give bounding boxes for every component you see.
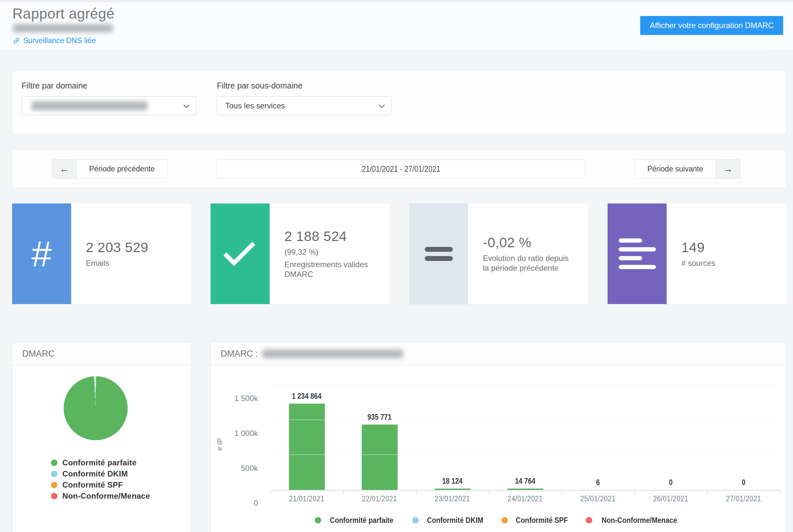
subdomain-filter-group: Filtre par sous-domaine Tous les service… bbox=[217, 81, 391, 134]
subdomain-filter-select[interactable]: Tous les services bbox=[217, 96, 391, 115]
stat-card-sources: 149 # sources bbox=[607, 204, 787, 305]
axis-tick bbox=[416, 491, 416, 495]
emails-label: Emails bbox=[86, 258, 177, 268]
axis-tick bbox=[780, 491, 780, 495]
bar bbox=[289, 404, 325, 490]
dns-monitoring-link[interactable]: Surveillance DNS liée bbox=[13, 36, 96, 45]
legend-label: Conformité DKIM bbox=[62, 469, 128, 478]
bar-value-label: 1 234 864 bbox=[292, 392, 322, 401]
bar-column: 14 764 bbox=[489, 386, 562, 490]
charts-row: DMARC Conformité parfaiteConformité DKIM… bbox=[12, 342, 787, 532]
redacted-domain-subtitle bbox=[13, 24, 113, 32]
bar-legend-item[interactable]: Conformité DKIM bbox=[412, 516, 487, 525]
next-period-button[interactable]: Période suivante bbox=[635, 160, 716, 178]
check-icon bbox=[211, 204, 270, 304]
chevron-down-icon bbox=[183, 102, 189, 108]
legend-label: Conformité DKIM bbox=[427, 516, 483, 525]
emails-count: 2 203 529 bbox=[86, 240, 188, 255]
domain-filter-group: Filtre par domaine bbox=[22, 81, 196, 134]
pie-panel-title: DMARC bbox=[22, 349, 55, 359]
pie-legend-item[interactable]: Non-Conforme/Menace bbox=[51, 491, 191, 501]
period-navigation-panel: ← Période précédente 21/01/2021 - 27/01/… bbox=[12, 150, 787, 188]
bar-legend: Conformité parfaiteConformité DKIMConfor… bbox=[211, 516, 786, 525]
legend-dot bbox=[51, 459, 57, 466]
ratio-evolution-label: Evolution du ratio depuis la période pré… bbox=[483, 253, 574, 273]
bar-panel-header: DMARC : bbox=[211, 343, 786, 365]
subdomain-filter-value: Tous les services bbox=[225, 101, 285, 110]
x-axis-label: 24/01/2021 bbox=[492, 494, 558, 503]
date-range-input[interactable]: 21/01/2021 - 27/01/2021 bbox=[217, 160, 585, 178]
bar-column: 1 234 864 bbox=[270, 386, 343, 490]
arrow-left-glyph: ← bbox=[59, 163, 69, 174]
bar-legend-item[interactable]: Non-Conforme/Menace bbox=[586, 516, 682, 525]
top-strip bbox=[0, 0, 793, 2]
bar-column: 0 bbox=[707, 386, 780, 490]
x-axis-label: 23/01/2021 bbox=[420, 494, 485, 503]
arrow-right-glyph: → bbox=[723, 163, 733, 174]
dmarc-aggregate-report-page: Rapport agrégé Surveillance DNS liée Aff… bbox=[0, 0, 793, 532]
legend-dot bbox=[501, 517, 508, 524]
valid-dmarc-percent: (99,32 %) bbox=[284, 248, 386, 257]
legend-label: Non-Conforme/Menace bbox=[602, 516, 677, 525]
hash-icon: # bbox=[12, 204, 71, 304]
y-axis-ticks: 0500k1 000k1 500k bbox=[229, 386, 270, 503]
x-axis-label: 21/01/2021 bbox=[274, 494, 340, 503]
axis-tick bbox=[707, 491, 708, 495]
domain-filter-select[interactable] bbox=[22, 96, 196, 115]
pie-legend-item[interactable]: Conformité DKIM bbox=[51, 468, 191, 479]
stat-card-emails: # 2 203 529 Emails bbox=[12, 204, 191, 305]
axis-tick bbox=[270, 491, 271, 495]
legend-label: Conformité SPF bbox=[62, 480, 123, 490]
bar-legend-item[interactable]: Conformité SPF bbox=[501, 516, 571, 525]
y-axis-title: # IP bbox=[211, 386, 229, 503]
legend-label: Conformité SPF bbox=[516, 516, 568, 525]
redacted-domain-title bbox=[263, 349, 403, 358]
bar-panel-title: DMARC : bbox=[221, 349, 258, 359]
stats-row: # 2 203 529 Emails 2 188 524 (99,32 %) E… bbox=[12, 204, 787, 305]
bar-legend-item[interactable]: Conformité parfaite bbox=[315, 516, 398, 525]
x-axis-label: 26/01/2021 bbox=[638, 494, 703, 503]
previous-period-button[interactable]: Période précédente bbox=[77, 160, 167, 178]
pie-legend-item[interactable]: Conformité parfaite bbox=[51, 457, 191, 468]
sources-count: 149 bbox=[681, 240, 783, 255]
dmarc-bar-panel: DMARC : # IP 0500k1 000k1 500k 1 234 864… bbox=[211, 342, 787, 532]
bar-column: 935 771 bbox=[343, 386, 416, 490]
x-axis-label: 27/01/2021 bbox=[711, 494, 776, 503]
arrow-right-icon[interactable]: → bbox=[716, 160, 740, 178]
y-tick-label: 500k bbox=[241, 464, 258, 473]
chevron-down-icon bbox=[379, 102, 385, 108]
bar-value-label: 0 bbox=[669, 478, 673, 487]
previous-period-button-group: ← Période précédente bbox=[52, 159, 168, 179]
pie-panel-header: DMARC bbox=[13, 343, 191, 365]
show-dmarc-config-button[interactable]: Afficher votre configuration DMARC bbox=[640, 16, 783, 35]
bar bbox=[434, 489, 470, 490]
valid-dmarc-label: Enregistrements valides DMARC bbox=[284, 260, 376, 279]
arrow-left-icon[interactable]: ← bbox=[52, 160, 77, 178]
gridline bbox=[270, 385, 780, 385]
pie-legend: Conformité parfaiteConformité DKIMConfor… bbox=[51, 457, 191, 501]
stat-card-ratio-evolution: -0,02 % Evolution du ratio depuis la pér… bbox=[409, 204, 588, 305]
legend-dot bbox=[51, 471, 57, 477]
axis-tick bbox=[634, 491, 635, 495]
axis-tick bbox=[343, 491, 344, 495]
sources-label: # sources bbox=[681, 258, 773, 268]
valid-dmarc-count: 2 188 524 bbox=[284, 229, 386, 244]
domain-filter-label: Filtre par domaine bbox=[22, 81, 196, 91]
legend-dot bbox=[51, 482, 57, 488]
pie-legend-item[interactable]: Conformité SPF bbox=[51, 479, 191, 491]
bar-value-label: 14 764 bbox=[515, 476, 535, 486]
bar-value-label: 0 bbox=[742, 478, 745, 487]
legend-dot bbox=[51, 493, 57, 499]
dmarc-bar-chart: # IP 0500k1 000k1 500k 1 234 864935 7711… bbox=[211, 386, 780, 503]
y-tick-label: 0 bbox=[254, 499, 258, 508]
redacted-domain-value bbox=[32, 101, 148, 110]
next-period-button-group: Période suivante → bbox=[635, 159, 740, 179]
bar bbox=[507, 489, 543, 490]
x-axis-labels: 21/01/202122/01/202123/01/202124/01/2021… bbox=[270, 494, 780, 503]
axis-tick bbox=[489, 491, 489, 495]
bar-column: 18 124 bbox=[416, 386, 489, 490]
legend-dot bbox=[586, 517, 592, 524]
bar-column: 6 bbox=[562, 386, 634, 490]
legend-label: Non-Conforme/Menace bbox=[62, 492, 150, 501]
legend-dot bbox=[412, 517, 419, 524]
